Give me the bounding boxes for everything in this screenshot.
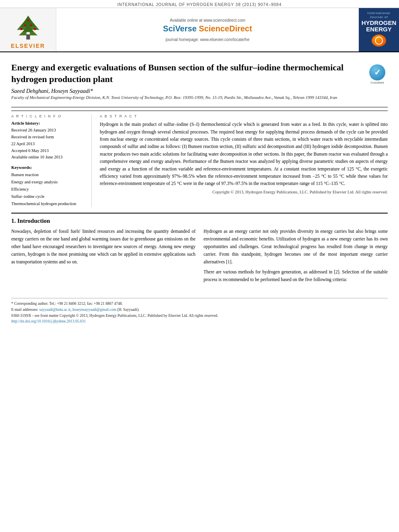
abstract-label: A B S T R A C T — [100, 114, 388, 118]
right-logo-main: HYDROGEN ENERGY — [362, 20, 397, 33]
footer-doi: http://dx.doi.org/10.1016/j.ijhydene.201… — [11, 318, 388, 325]
footer-corresponding: * Corresponding author. Tel.: +98 21 840… — [11, 301, 388, 307]
available-online-text: Available online at www.sciencedirect.co… — [170, 18, 245, 23]
history-accepted: Accepted 6 May 2013 — [11, 148, 86, 154]
svg-point-7 — [30, 25, 32, 27]
svg-point-4 — [20, 28, 23, 31]
history-revised-date: 22 April 2013 — [11, 141, 86, 148]
history-revised-label: Received in revised form — [11, 134, 86, 141]
svg-point-5 — [33, 28, 36, 31]
history-received: Received 26 January 2013 — [11, 127, 86, 134]
elsevier-logo: ELSEVIER — [0, 8, 56, 51]
svg-point-6 — [24, 25, 26, 27]
email-link-2[interactable]: hoseynsayyaadi@gmail.com — [72, 308, 116, 312]
right-logo-title: International Journal of — [362, 11, 396, 20]
crossmark-label: CrossMark — [370, 81, 384, 84]
abstract-text: Hydrogen is the main product of sulfur–i… — [100, 121, 388, 187]
article-info-abstract: A R T I C L E I N F O Article history: R… — [11, 111, 388, 207]
keyword-1: Bunsen reaction — [11, 171, 86, 179]
intro-para-right-2: There are various methods for hydrogen g… — [204, 268, 388, 283]
journal-title: INTERNATIONAL JOURNAL OF HYDROGEN ENERGY… — [117, 2, 282, 7]
footer-section: * Corresponding author. Tel.: +98 21 840… — [11, 298, 388, 325]
elsevier-logo-img: ELSEVIER — [11, 15, 45, 49]
history-online: Available online 10 June 2013 — [11, 154, 86, 161]
center-banner: Available online at www.sciencedirect.co… — [56, 8, 359, 51]
svg-rect-0 — [26, 34, 30, 39]
sciverse-logo: SciVerse ScienceDirect — [163, 24, 252, 33]
intro-col-right: Hydrogen as an energy carrier not only p… — [204, 228, 388, 286]
copyright-line: Copyright © 2013, Hydrogen Energy Public… — [100, 190, 388, 194]
email-link-1[interactable]: sayyaadi@kntu.ac.ir — [39, 308, 70, 312]
keyword-2: Energy and exergy analysis — [11, 179, 86, 186]
right-logo: International Journal of HYDROGEN ENERGY — [359, 8, 399, 51]
intro-para-right-1: Hydrogen as an energy carrier not only p… — [204, 228, 388, 266]
article-title-text: Energy and exergetic evaluations of Buns… — [11, 62, 360, 104]
intro-para-left: Nowadays, depletion of fossil fuels' lim… — [11, 228, 195, 266]
article-history-title: Article history: — [11, 121, 86, 125]
footer-issn: 0360-3199/$ – see front matter Copyright… — [11, 313, 388, 319]
article-title-section: Energy and exergetic evaluations of Buns… — [11, 58, 388, 107]
elsevier-wordmark: ELSEVIER — [11, 43, 45, 49]
abstract-col: A B S T R A C T Hydrogen is the main pro… — [100, 114, 388, 207]
journal-header-bar: INTERNATIONAL JOURNAL OF HYDROGEN ENERGY… — [0, 0, 399, 8]
article-info-label: A R T I C L E I N F O — [11, 114, 86, 118]
intro-columns: Nowadays, depletion of fossil fuels' lim… — [11, 228, 388, 286]
page: INTERNATIONAL JOURNAL OF HYDROGEN ENERGY… — [0, 0, 399, 532]
crossmark-circle: ✓ — [369, 64, 385, 80]
authors-line: Saeed Dehghani, Hoseyn Sayyaadi* — [11, 88, 360, 94]
keywords-title: Keywords: — [11, 165, 86, 170]
keyword-3: Efficiency — [11, 186, 86, 193]
svg-point-8 — [27, 20, 29, 22]
intro-col-left: Nowadays, depletion of fossil fuels' lim… — [11, 228, 195, 286]
footer-email: E-mail addresses: sayyaadi@kntu.ac.ir, h… — [11, 307, 388, 313]
section-divider — [11, 213, 388, 214]
intro-title: 1. Introduction — [11, 218, 388, 224]
crossmark-badge: ✓ CrossMark — [367, 62, 388, 84]
journal-homepage-text: journal homepage: www.elsevier.com/locat… — [166, 37, 249, 42]
article-content: Energy and exergetic evaluations of Buns… — [0, 52, 399, 292]
keyword-5: Thermochemical hydrogen production — [11, 200, 86, 207]
article-info-col: A R T I C L E I N F O Article history: R… — [11, 114, 92, 207]
affiliation: Faculty of Mechanical Engineering-Energy… — [11, 95, 360, 100]
right-logo-icon — [372, 35, 386, 47]
doi-link[interactable]: http://dx.doi.org/10.1016/j.ijhydene.201… — [11, 319, 86, 323]
article-title: Energy and exergetic evaluations of Buns… — [11, 62, 360, 85]
elsevier-tree-icon — [12, 15, 44, 41]
logo-banner: ELSEVIER Available online at www.science… — [0, 8, 399, 52]
keyword-4: Sulfur–iodine cycle — [11, 193, 86, 200]
